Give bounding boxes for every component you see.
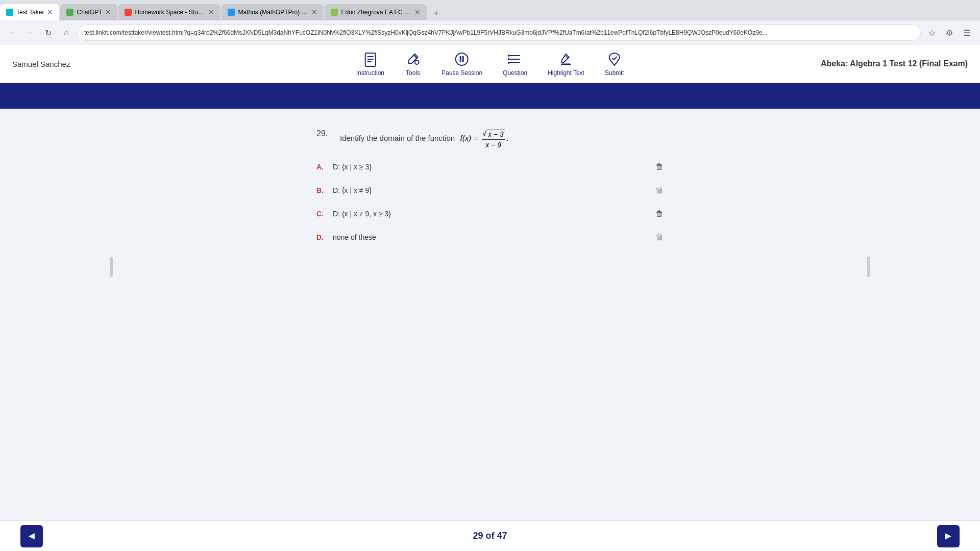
profile-icon[interactable]: ☰ — [960, 26, 974, 40]
extensions-icon[interactable]: ⚙ — [942, 26, 957, 40]
option-c-text: D: {x | x ≠ 9, x ≥ 3} — [333, 210, 651, 218]
resize-handle-left[interactable] — [110, 257, 113, 277]
question-header-bar — [0, 83, 980, 109]
option-c-label: C. — [316, 210, 329, 218]
question-row: 29. Identify the domain of the function … — [316, 129, 664, 149]
option-d-text: none of these — [333, 233, 651, 241]
svg-rect-7 — [462, 56, 464, 62]
fraction: √x − 3 x − 9 — [482, 129, 505, 149]
math-function: f(x) = √x − 3 x − 9 . — [460, 134, 509, 142]
browser-tab-tab4[interactable]: Mathos (MathGPTPro) | AI Mat... ✕ — [222, 4, 324, 20]
tab-title: Edon Zhegrova EA FC 25 Caree... — [341, 9, 411, 16]
prev-button[interactable]: ◄ — [20, 525, 43, 547]
browser-tab-tab2[interactable]: ChatGPT ✕ — [60, 4, 117, 20]
answer-options: A. D: {x | x ≥ 3} 🗑 B. D: {x | x ≠ 9} 🗑 … — [316, 159, 664, 245]
tab-favicon — [66, 9, 74, 16]
question-container: 29. Identify the domain of the function … — [0, 83, 980, 520]
option-b[interactable]: B. D: {x | x ≠ 9} 🗑 — [316, 183, 664, 198]
option-d[interactable]: D. none of these 🗑 — [316, 230, 664, 245]
option-c[interactable]: C. D: {x | x ≠ 9, x ≥ 3} 🗑 — [316, 206, 664, 221]
option-b-label: B. — [316, 186, 329, 194]
tab-close-icon[interactable]: ✕ — [47, 8, 53, 16]
browser-tab-tab3[interactable]: Homework Space - StudyX ✕ — [118, 4, 220, 20]
question-text: Identify the domain of the function — [340, 134, 455, 142]
tab-title: ChatGPT — [77, 9, 102, 16]
app-header: Samuel Sanchez Instruction Tools — [0, 45, 980, 83]
tab-title: Mathos (MathGPTPro) | AI Mat... — [238, 9, 308, 16]
tab-close-icon[interactable]: ✕ — [208, 8, 214, 16]
delete-d-icon[interactable]: 🗑 — [655, 233, 664, 242]
toolbar-submit[interactable]: Submit — [605, 51, 624, 77]
toolbar-tools[interactable]: Tools — [405, 51, 421, 77]
refresh-button[interactable]: ↻ — [41, 26, 55, 40]
nav-arrows: ← → — [6, 26, 37, 40]
new-tab-button[interactable]: + — [429, 6, 443, 20]
user-name: Samuel Sanchez — [12, 60, 70, 68]
delete-b-icon[interactable]: 🗑 — [655, 186, 664, 195]
svg-rect-6 — [460, 56, 461, 62]
back-button[interactable]: ← — [6, 26, 20, 40]
svg-point-4 — [415, 60, 419, 64]
toolbar-highlight[interactable]: Highlight Text — [548, 51, 584, 77]
question-body: Identify the domain of the function f(x)… — [340, 129, 664, 149]
option-b-text: D: {x | x ≠ 9} — [333, 186, 651, 194]
toolbar: Instruction Tools Pause Session — [356, 51, 624, 77]
next-button[interactable]: ► — [937, 525, 960, 547]
svg-point-5 — [456, 53, 468, 65]
option-a[interactable]: A. D: {x | x ≥ 3} 🗑 — [316, 159, 664, 174]
address-bar[interactable]: test.linkit.com/testtaker/viewtest.html?… — [78, 24, 921, 41]
tab-title: Homework Space - StudyX — [135, 9, 205, 16]
option-a-label: A. — [316, 163, 329, 171]
toolbar-pause[interactable]: Pause Session — [442, 51, 482, 77]
nav-actions: ☆ ⚙ ☰ — [925, 26, 974, 40]
home-button[interactable]: ⌂ — [59, 26, 74, 40]
option-a-text: D: {x | x ≥ 3} — [333, 163, 651, 171]
denominator: x − 9 — [485, 140, 501, 149]
question-number: 29. — [316, 129, 332, 138]
navigation-bar: ← → ↻ ⌂ test.linkit.com/testtaker/viewte… — [0, 20, 980, 45]
page-indicator: 29 of 47 — [473, 531, 507, 541]
numerator: √x − 3 — [482, 129, 505, 140]
forward-button[interactable]: → — [22, 26, 37, 40]
tab-favicon — [228, 9, 235, 16]
browser-tab-tab5[interactable]: Edon Zhegrova EA FC 25 Caree... ✕ — [325, 4, 427, 20]
tab-close-icon[interactable]: ✕ — [311, 8, 317, 16]
browser-chrome: Test Taker ✕ ChatGPT ✕ Homework Space - … — [0, 0, 980, 45]
delete-a-icon[interactable]: 🗑 — [655, 162, 664, 171]
toolbar-instruction[interactable]: Instruction — [356, 51, 384, 77]
bookmark-icon[interactable]: ☆ — [925, 26, 939, 40]
exam-title: Abeka: Algebra 1 Test 12 (Final Exam) — [821, 59, 968, 68]
tab-title: Test Taker — [16, 9, 44, 16]
question-content: 29. Identify the domain of the function … — [306, 129, 674, 245]
tab-close-icon[interactable]: ✕ — [414, 8, 421, 16]
tab-close-icon[interactable]: ✕ — [105, 8, 111, 16]
address-text: test.linkit.com/testtaker/viewtest.html?… — [84, 29, 914, 36]
tab-bar: Test Taker ✕ ChatGPT ✕ Homework Space - … — [0, 0, 980, 20]
delete-c-icon[interactable]: 🗑 — [655, 209, 664, 218]
svg-point-12 — [508, 58, 510, 60]
toolbar-question[interactable]: Question — [503, 51, 527, 77]
tab-favicon — [331, 9, 338, 16]
tab-favicon — [6, 9, 13, 16]
pagination-bar: ◄ 29 of 47 ► — [0, 520, 980, 551]
svg-point-11 — [508, 55, 510, 57]
option-d-label: D. — [316, 233, 329, 241]
resize-handle-right[interactable] — [867, 257, 870, 277]
svg-point-13 — [508, 62, 510, 64]
browser-tab-tab1[interactable]: Test Taker ✕ — [0, 4, 59, 20]
tab-favicon — [125, 9, 132, 16]
